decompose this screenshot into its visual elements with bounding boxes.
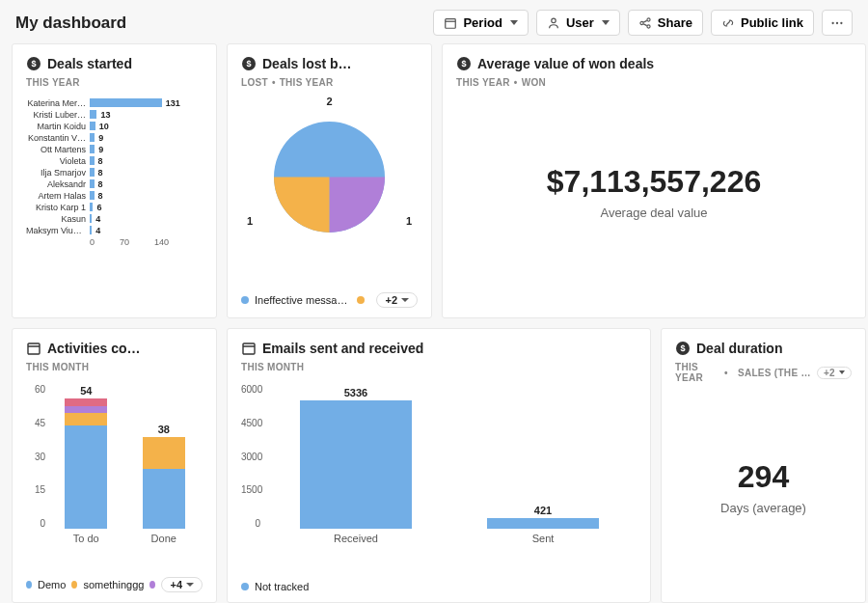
value-caption: Average deal value	[600, 206, 707, 220]
subtitle-more-pill[interactable]: +2	[817, 367, 852, 379]
card-avg-value[interactable]: $ Average value of won deals THIS YEAR•W…	[442, 43, 866, 318]
activities-chart: 60 45 30 15 0 5438	[47, 384, 203, 529]
y-axis: 6000 4500 3000 1500 0	[241, 384, 260, 529]
svg-text:$: $	[680, 343, 685, 353]
bar-value: 54	[80, 385, 92, 397]
legend-swatch	[241, 296, 249, 304]
bar-segment	[65, 406, 107, 414]
dashboard-row-2: Activities co… THIS MONTH 60 45 30 15 0 …	[0, 328, 868, 603]
bar-row: Artem Halas8	[26, 190, 203, 201]
link-icon	[721, 16, 735, 30]
svg-line-6	[643, 20, 647, 22]
page-title: My dashboard	[15, 14, 126, 33]
card-subtitle: THIS YEAR• SALES (THE MAIN O +2	[675, 362, 852, 383]
bar-label: Ott Martens	[26, 145, 86, 154]
bar-row: Konstantin V…9	[26, 132, 203, 143]
calendar-icon	[26, 341, 41, 356]
bar-value: 4	[95, 214, 100, 224]
bar-column: 5336	[262, 400, 449, 529]
public-link-label: Public link	[741, 15, 803, 30]
big-value: $7,113,557,226 Average deal value	[456, 96, 852, 288]
legend-swatch	[149, 581, 155, 589]
pie-icon	[274, 122, 385, 233]
bar-value: 6	[96, 203, 101, 212]
chevron-down-icon	[401, 298, 409, 302]
legend-label: somethinggg	[83, 579, 144, 590]
bar-row: Martin Koidu10	[26, 121, 203, 131]
bar-segment	[65, 398, 107, 406]
user-button[interactable]: User	[536, 10, 620, 36]
bar-label: Artem Halas	[26, 191, 86, 201]
value-number: 294	[738, 459, 789, 495]
calendar-icon	[444, 16, 457, 30]
bar-value: 4	[95, 226, 100, 235]
card-deal-duration[interactable]: $ Deal duration THIS YEAR• SALES (THE MA…	[661, 328, 866, 603]
bar	[90, 203, 93, 211]
card-emails[interactable]: Emails sent and received THIS MONTH 6000…	[227, 328, 651, 603]
bar	[90, 179, 95, 188]
card-activities[interactable]: Activities co… THIS MONTH 60 45 30 15 0 …	[12, 328, 217, 603]
bar-row: Aleksandr8	[26, 178, 203, 189]
bar-stack	[143, 437, 185, 529]
period-label: Period	[463, 15, 502, 30]
bar	[90, 110, 96, 119]
period-button[interactable]: Period	[433, 10, 528, 36]
bar-label: Konstantin V…	[26, 133, 86, 143]
user-icon	[547, 16, 560, 30]
bar	[90, 191, 95, 200]
card-subtitle: THIS MONTH	[241, 362, 637, 372]
svg-rect-17	[28, 343, 40, 354]
bar-label: Aleksandr	[26, 179, 86, 189]
svg-point-8	[831, 21, 833, 23]
legend-more-pill[interactable]: +2	[376, 292, 418, 308]
svg-point-5	[647, 24, 650, 27]
svg-rect-19	[243, 343, 255, 354]
legend: Demo somethinggg +4	[26, 577, 203, 592]
bar-segment	[143, 469, 185, 530]
card-title: $ Deals lost b…	[241, 56, 418, 71]
card-subtitle: THIS YEAR	[26, 77, 203, 88]
legend-more-pill[interactable]: +4	[161, 577, 203, 592]
bar-segment	[65, 425, 107, 530]
legend: Ineffective messaging +2	[241, 292, 418, 308]
slice-label: 2	[326, 96, 332, 107]
card-subtitle: LOST•THIS YEAR	[241, 77, 418, 88]
share-button[interactable]: Share	[628, 10, 703, 36]
legend-label: Demo	[38, 579, 66, 590]
x-axis: 0 70 140	[90, 237, 203, 247]
card-title: $ Average value of won deals	[456, 56, 852, 71]
bar	[300, 400, 412, 529]
dollar-icon: $	[456, 56, 472, 71]
more-button[interactable]	[822, 10, 853, 36]
bar-column: 54	[47, 398, 125, 529]
bar	[90, 122, 95, 130]
bar-value: 8	[98, 191, 103, 201]
svg-point-4	[640, 21, 643, 24]
bar-row: Ilja Smarjov8	[26, 167, 203, 178]
bar	[90, 168, 95, 177]
bar-column: 38	[125, 437, 203, 529]
bar-row: Kristo Karp 16	[26, 202, 203, 212]
dollar-icon: $	[241, 56, 257, 71]
x-axis: ReceivedSent	[262, 533, 637, 544]
bar-label: Kristi Luber…	[26, 110, 86, 120]
bar-label: Martin Koidu	[26, 122, 86, 131]
svg-text:$: $	[31, 59, 36, 69]
x-label: Received	[262, 533, 449, 544]
svg-point-2	[552, 18, 556, 22]
calendar-icon	[241, 341, 257, 356]
user-label: User	[566, 15, 594, 30]
bar-label: Ilja Smarjov	[26, 168, 86, 178]
slice-label: 1	[406, 215, 412, 227]
card-deals-lost[interactable]: $ Deals lost b… LOST•THIS YEAR 2 1 1 Ine…	[227, 43, 432, 318]
legend-swatch	[241, 583, 249, 590]
bar-value: 9	[98, 145, 103, 154]
public-link-button[interactable]: Public link	[711, 10, 814, 36]
bar-stack	[65, 398, 107, 529]
bar-label: Katerina Mer…	[26, 98, 86, 108]
big-value: 294 Days (average)	[675, 391, 852, 584]
bar-label: Kasun	[26, 214, 86, 224]
bar-value: 10	[99, 122, 109, 131]
card-deals-started[interactable]: $ Deals started THIS YEAR Katerina Mer…1…	[12, 43, 217, 318]
legend: Not tracked	[241, 581, 637, 592]
